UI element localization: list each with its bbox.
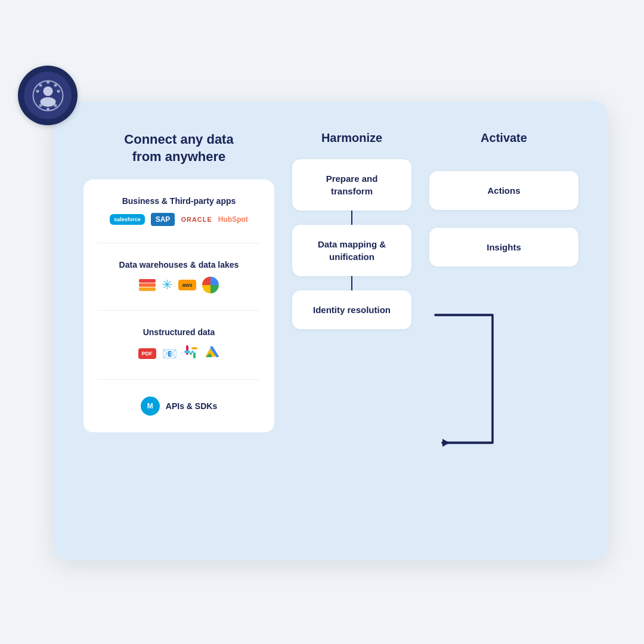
svg-point-10: [54, 104, 57, 107]
harmonize-stack: Prepare andtransform Data mapping &unifi…: [292, 159, 411, 329]
pdf-logo: PDF: [138, 348, 156, 359]
svg-point-1: [43, 86, 52, 96]
avatar-inner: [24, 72, 72, 119]
drive-logo: [205, 345, 220, 363]
outer-container: Connect any data from anywhere Business …: [36, 83, 608, 561]
aws-logo: aws: [178, 280, 196, 290]
svg-point-7: [39, 83, 42, 86]
svg-point-4: [57, 89, 60, 92]
gcp-logo: [202, 277, 219, 293]
svg-rect-11: [186, 345, 188, 351]
snowflake-logo: ✳: [162, 277, 172, 293]
warehouses-logos-row: ✳ aws: [139, 277, 218, 293]
databricks-logo: [139, 279, 156, 291]
svg-point-9: [39, 104, 42, 107]
left-title: Connect any data from anywhere: [124, 131, 233, 165]
apis-row: M APIs & SDKs: [141, 397, 217, 416]
data-mapping-text: Data mapping &unification: [304, 238, 400, 263]
activate-stack: Actions Insights: [429, 171, 578, 267]
prepare-transform-text: Prepare andtransform: [304, 172, 400, 197]
data-mapping-card: Data mapping &unification: [292, 225, 411, 276]
svg-point-6: [47, 107, 49, 110]
svg-point-3: [36, 89, 39, 92]
svg-point-8: [54, 83, 57, 86]
slack-logo: [183, 344, 199, 363]
avatar: [18, 66, 78, 125]
middle-right-wrapper: Harmonize Prepare andtransform Data mapp…: [292, 131, 578, 531]
warehouses-section: Data warehouses & data lakes ✳ aws: [98, 260, 260, 293]
apis-label: APIs & SDKs: [166, 401, 217, 411]
warehouses-title: Data warehouses & data lakes: [119, 260, 239, 270]
activate-header: Activate: [481, 131, 527, 145]
svg-rect-14: [190, 352, 192, 355]
data-sources-card: Business & Third-party apps salesforce S…: [83, 179, 274, 432]
unstructured-section: Unstructured data PDF 📧: [98, 327, 260, 363]
prepare-transform-card: Prepare andtransform: [292, 159, 411, 210]
mulesoft-logo: M: [141, 397, 160, 416]
person-icon: [32, 79, 64, 112]
identity-resolution-text: Identity resolution: [304, 304, 400, 316]
email-logo: 📧: [162, 346, 177, 361]
activate-column: Activate Actions Insights: [429, 131, 578, 531]
unstructured-logos-row: PDF 📧: [138, 344, 220, 363]
svg-rect-17: [191, 347, 197, 349]
harmonize-column: Harmonize Prepare andtransform Data mapp…: [292, 131, 411, 531]
actions-card: Actions: [429, 171, 578, 210]
oracle-logo: ORACLE: [181, 216, 212, 223]
svg-rect-15: [184, 351, 190, 353]
hubspot-logo: HubSpot: [218, 215, 248, 224]
harmonize-header: Harmonize: [321, 131, 382, 145]
svg-point-2: [40, 97, 55, 107]
left-column: Connect any data from anywhere Business …: [83, 131, 274, 531]
salesforce-logo: salesforce: [110, 214, 145, 225]
divider-2: [98, 310, 260, 311]
svg-rect-13: [193, 352, 196, 358]
actions-text: Actions: [441, 184, 566, 197]
divider-3: [98, 379, 260, 380]
business-logos-row: salesforce SAP ORACLE HubSpot: [110, 213, 248, 226]
insights-text: Insights: [441, 241, 566, 253]
business-apps-section: Business & Third-party apps salesforce S…: [98, 196, 260, 226]
unstructured-title: Unstructured data: [143, 327, 215, 337]
identity-resolution-card: Identity resolution: [292, 290, 411, 329]
connector-v-2: [351, 276, 352, 290]
connector-v-1: [351, 210, 352, 225]
business-apps-title: Business & Third-party apps: [122, 196, 236, 206]
main-card: Connect any data from anywhere Business …: [54, 101, 608, 561]
sap-logo: SAP: [151, 213, 175, 226]
svg-point-5: [47, 80, 49, 83]
insights-card: Insights: [429, 228, 578, 267]
apis-section: M APIs & SDKs: [98, 397, 260, 416]
divider-1: [98, 243, 260, 243]
